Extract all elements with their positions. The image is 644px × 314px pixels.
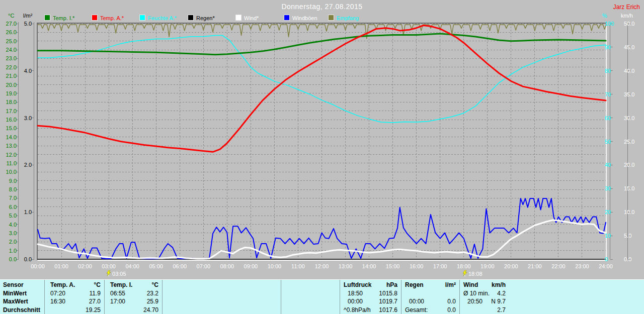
event-marker: 03:05 bbox=[106, 270, 126, 277]
tick-label-celsius: 22.0 bbox=[0, 64, 17, 70]
max-value: 25.9 bbox=[147, 297, 158, 305]
tick-label-celsius: 18.0 bbox=[0, 99, 17, 105]
col-unit: hPa bbox=[386, 281, 397, 289]
table-divider bbox=[340, 280, 340, 314]
min-time: 07:20 bbox=[50, 289, 65, 297]
col-unit: km/h bbox=[492, 281, 506, 289]
tick-label-percent: 20 bbox=[605, 209, 618, 215]
event-marker: 18:08 bbox=[462, 270, 482, 277]
tick-label-celsius: 11.0 bbox=[0, 160, 17, 166]
col-header: Temp. I. bbox=[110, 281, 132, 289]
table-divider bbox=[44, 280, 45, 314]
time-tick-label: 02:00 bbox=[75, 263, 95, 269]
tick-label-percent: 10 bbox=[605, 233, 618, 239]
time-tick-label: 17:00 bbox=[430, 263, 450, 269]
min-value: 11.9 bbox=[90, 289, 101, 297]
tick-label-celsius: 23.0 bbox=[0, 55, 17, 61]
tick-label-celsius: 16.0 bbox=[0, 117, 17, 123]
tick-label-celsius: 3.0 bbox=[0, 230, 17, 236]
tick-label-percent: 100 bbox=[605, 21, 618, 27]
col-unit: °C bbox=[152, 281, 158, 289]
time-tick-label: 21:00 bbox=[525, 263, 545, 269]
min-value: 1015.8 bbox=[379, 289, 397, 297]
max-value: 0.0 bbox=[447, 297, 456, 305]
time-tick-label: 14:00 bbox=[359, 263, 379, 269]
table-header-sensor: Sensor bbox=[3, 281, 43, 289]
max-time: 00:00 bbox=[409, 297, 424, 305]
table-divider bbox=[162, 280, 163, 314]
event-marker-time: 18:08 bbox=[468, 271, 482, 277]
time-tick-label: 10:00 bbox=[264, 263, 284, 269]
lightning-icon bbox=[462, 270, 468, 277]
tick-label-percent: 70 bbox=[605, 91, 618, 97]
min-time: Ø 10 min. bbox=[463, 289, 490, 297]
tick-label-celsius: 14.0 bbox=[0, 134, 17, 140]
col-unit: °C bbox=[94, 281, 101, 289]
tick-label-kmh: 50.0 bbox=[624, 21, 643, 27]
max-value: 1019.7 bbox=[379, 297, 397, 305]
table-divider bbox=[104, 280, 105, 314]
time-tick-label: 03:00 bbox=[99, 263, 119, 269]
avg-value: 0.0 bbox=[447, 306, 456, 314]
tick-label-lm2: 2.0 bbox=[20, 162, 32, 168]
max-time: 00:00 bbox=[348, 297, 363, 305]
col-header: Luftdruck bbox=[344, 281, 371, 289]
tick-label-percent: 0 bbox=[605, 256, 618, 262]
tick-label-kmh: 40.0 bbox=[624, 68, 643, 74]
time-tick-label: 19:00 bbox=[477, 263, 498, 269]
time-tick-label: 20:00 bbox=[501, 263, 521, 269]
tick-label-percent: 40 bbox=[605, 162, 618, 168]
time-tick-label: 00:00 bbox=[28, 263, 48, 269]
tick-label-kmh: 45.0 bbox=[624, 44, 643, 50]
tick-label-celsius: 9.0 bbox=[0, 178, 17, 184]
tick-label-lm2: 5.0 bbox=[20, 21, 32, 27]
tick-label-percent: 30 bbox=[605, 185, 618, 191]
avg-value: 2.7 bbox=[497, 306, 506, 314]
tick-label-celsius: 5.0 bbox=[0, 213, 17, 219]
max-time: 17:00 bbox=[110, 297, 125, 305]
event-marker-time: 03:05 bbox=[112, 271, 126, 277]
time-tick-label: 09:00 bbox=[240, 263, 261, 269]
avg-value: 19.25 bbox=[86, 306, 101, 314]
statistics-table: Sensor MinWert MaxWert Durchschnitt Temp… bbox=[0, 279, 644, 314]
table-divider bbox=[459, 280, 460, 314]
time-tick-label: 12:00 bbox=[312, 263, 332, 269]
tick-label-celsius: 15.0 bbox=[0, 125, 17, 131]
table-col-temp-i: Temp. I.°C 06:5523.2 17:0025.9 24.70 bbox=[104, 280, 162, 314]
weather-logger-app: Donnerstag, 27.08.2015 Jarz Erich °C l/m… bbox=[0, 0, 644, 314]
tick-label-celsius: 4.0 bbox=[0, 222, 17, 228]
col-header: Wind bbox=[463, 281, 478, 289]
tick-label-celsius: 12.0 bbox=[0, 152, 17, 158]
tick-label-percent: 50 bbox=[605, 139, 618, 145]
min-time: 06:55 bbox=[110, 289, 125, 297]
table-divider bbox=[281, 280, 281, 314]
lightning-icon bbox=[106, 270, 112, 277]
time-tick-label: 23:00 bbox=[572, 263, 592, 269]
col-header: Temp. A. bbox=[50, 281, 75, 289]
time-tick-label: 24:00 bbox=[596, 263, 616, 269]
avg-value: 24.70 bbox=[143, 306, 158, 314]
time-tick-label: 16:00 bbox=[407, 263, 427, 269]
tick-label-celsius: 17.0 bbox=[0, 108, 17, 114]
time-tick-label: 01:00 bbox=[51, 263, 71, 269]
tick-label-celsius: 24.0 bbox=[0, 47, 17, 53]
tick-label-celsius: 21.0 bbox=[0, 73, 17, 79]
tick-label-celsius: 7.0 bbox=[0, 195, 17, 201]
min-value: 23.2 bbox=[147, 289, 158, 297]
row-label-minwert: MinWert bbox=[3, 289, 43, 297]
table-col-wind: Windkm/h Ø 10 min.4.2 20:50N 9.7 2.7 bbox=[459, 280, 521, 314]
time-tick-label: 06:00 bbox=[170, 263, 190, 269]
max-time: 16:30 bbox=[50, 297, 65, 305]
tick-label-celsius: 0.0 bbox=[0, 256, 17, 262]
tick-label-kmh: 20.0 bbox=[624, 162, 643, 168]
tick-label-kmh: 15.0 bbox=[624, 185, 643, 191]
time-tick-label: 13:00 bbox=[336, 263, 356, 269]
max-value: 27.0 bbox=[89, 297, 101, 305]
row-label-maxwert: MaxWert bbox=[3, 297, 43, 305]
tick-label-lm2: 4.0 bbox=[20, 68, 32, 74]
table-divider bbox=[401, 280, 401, 314]
tick-label-celsius: 27.0 bbox=[0, 21, 17, 27]
min-value: 4.2 bbox=[497, 289, 506, 297]
table-col-temp-a: Temp. A.°C 07:2011.9 16:3027.0 19.25 bbox=[44, 280, 104, 314]
tick-label-percent: 90 bbox=[605, 44, 618, 50]
